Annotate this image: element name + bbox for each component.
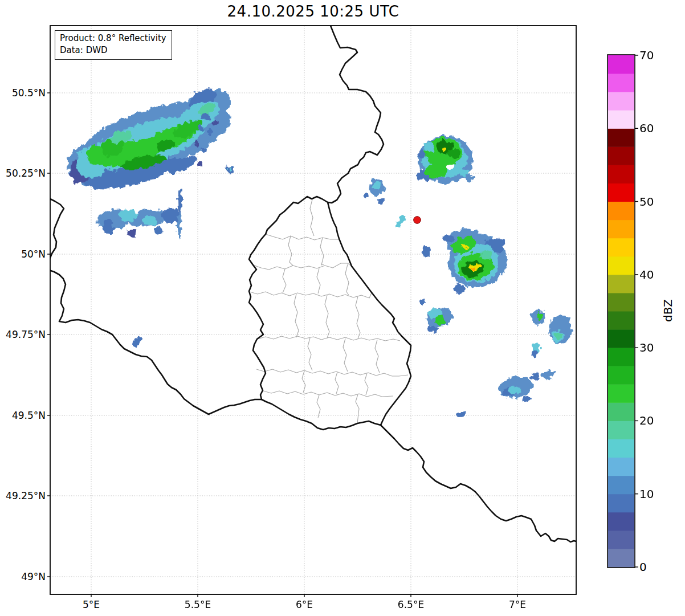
y-tick-label: 50.25°N [0,168,46,179]
x-tick-label: 6.5°E [382,598,439,611]
colorbar [607,55,638,568]
map-canvas [0,0,685,616]
colorbar-tick-label: 30 [639,340,654,355]
y-tick-label: 49°N [0,571,46,582]
y-tick-label: 49.25°N [0,490,46,501]
axes-frame [50,26,576,594]
y-tick-label: 49.5°N [0,410,46,421]
colorbar-tick-label: 50 [639,194,654,209]
country-borders [49,26,576,542]
region-borders [250,199,408,423]
radar-site-marker [414,217,421,224]
x-tick-label: 6°E [276,598,333,611]
data-source-line: Data: DWD [60,44,166,56]
plot-title: 24.10.2025 10:25 UTC [50,3,576,20]
radar-figure: 24.10.2025 10:25 UTC Product: 0.8° Refle… [0,0,685,616]
product-info-box: Product: 0.8° Reflectivity Data: DWD [55,30,172,60]
colorbar-unit-label: dBZ [654,293,682,328]
colorbar-tick-label: 60 [639,121,654,136]
x-tick-label: 7°E [489,598,546,611]
graticule [50,26,576,594]
colorbar-tick-label: 40 [639,267,654,282]
y-tick-label: 50.5°N [0,87,46,99]
x-tick-label: 5.5°E [169,598,226,611]
y-tick-label: 49.75°N [0,329,46,340]
radar-echoes [64,80,572,417]
colorbar-tick-label: 20 [639,413,654,428]
x-tick-label: 5°E [63,598,120,611]
y-tick-label: 50°N [0,248,46,260]
product-info-line: Product: 0.8° Reflectivity [60,32,166,44]
colorbar-tick-label: 0 [639,560,647,574]
colorbar-tick-label: 70 [639,48,654,63]
colorbar-tick-label: 10 [639,487,654,501]
